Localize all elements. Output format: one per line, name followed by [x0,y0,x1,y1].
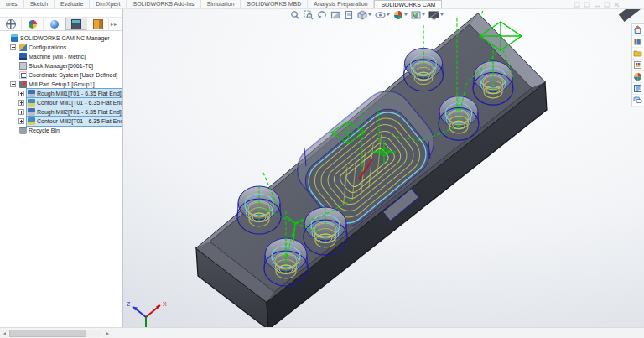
section-view-icon [330,10,340,20]
feature-manager-tree-icon [6,19,16,29]
ribbon-tab-solidworks-cam[interactable]: SOLIDWORKS CAM [374,0,442,8]
tree-item-label: Rough Mill1[T01 - 6.35 Flat End] [37,91,122,96]
chevron-down-icon [404,13,408,16]
scroll-left-button[interactable] [0,329,8,338]
hide-show-items-icon [375,10,386,20]
scroll-right-button[interactable] [103,329,112,338]
view-settings-icon [428,10,439,20]
hide-show-items-button[interactable] [374,9,391,20]
design-library-icon [633,37,642,46]
tree-item-label: Contour Mill2[T01 - 6.35 Flat End] [37,118,122,124]
chevron-down-icon [368,13,371,16]
tab-cam-feature-tree[interactable] [65,18,87,30]
property-manager-icon [29,20,37,29]
solidworks-window: ures Sketch Evaluate DimXpert SOLIDWORKS… [0,0,644,338]
feature-manager-panel: ▸▸ SOLIDWORKS CAM NC Manager Configurati… [0,8,122,327]
solidworks-resources-button[interactable] [632,24,643,36]
view-settings-button[interactable] [428,9,444,20]
tree-item-label: Mill Part Setup1 [Group1] [29,81,95,87]
ribbon-tab-simulation[interactable]: Simulation [201,0,242,8]
scroll-right-icon [106,332,109,335]
stock-manager-icon [19,62,27,70]
tree-item-label: Configurations [29,44,66,50]
custom-properties-button[interactable] [632,83,643,95]
edit-appearance-button[interactable] [392,9,408,20]
ribbon-tab-features[interactable]: ures [0,0,24,8]
cam-operation-tree: SOLIDWORKS CAM NC Manager Configurations… [0,31,122,135]
appearances-scenes-icon [633,72,642,81]
display-manager-icon [50,20,59,29]
solidworks-resources-icon [633,25,642,34]
tree-item-label: Recycle Bin [29,127,60,133]
manager-tabs-overflow[interactable]: ▸▸ [109,21,117,27]
ribbon-tab-mbd[interactable]: SOLIDWORKS MBD [241,0,308,8]
tab-feature-manager-tree[interactable] [0,18,22,30]
zoom-to-fit-button[interactable] [289,9,301,20]
appearances-scenes-button[interactable] [632,71,643,83]
triad-x-label: X [163,301,167,307]
contour-mill-icon [28,99,35,107]
mill-part-setup-icon [19,81,27,88]
scrollbar-track[interactable] [9,330,102,337]
tree-item-label: Rough Mill2[T01 - 6.35 Flat End] [37,109,122,115]
annotation-views-icon [344,10,354,20]
triad-z-label: Z [127,301,131,307]
heads-up-view-toolbar [289,9,444,20]
chevron-down-icon [440,13,444,16]
task-pane-strip [631,23,644,107]
annotation-views-button[interactable] [343,9,355,20]
apply-scene-button[interactable] [410,9,426,20]
ribbon-tab-dimxpert[interactable]: DimXpert [90,0,127,8]
expand-toggle[interactable] [18,118,24,124]
previous-view-button[interactable] [316,9,328,20]
display-style-button[interactable] [356,9,372,20]
zoom-to-fit-icon [290,10,300,20]
view-palette-button[interactable] [632,60,643,71]
configurations-icon [19,44,27,51]
cam-feature-tree-icon [71,19,81,29]
expand-toggle[interactable] [10,44,16,50]
tab-display-manager[interactable] [44,18,65,30]
edit-appearance-icon [393,10,403,20]
design-library-button[interactable] [632,36,643,48]
zoom-to-area-button[interactable] [303,9,314,20]
collapse-toggle[interactable] [10,81,16,87]
tree-item-label: Contour Mill1[T01 - 6.35 Flat End] [37,100,122,106]
ribbon-tab-addins[interactable]: SOLIDWORKS Add-Ins [127,0,200,8]
display-style-icon [357,10,367,20]
cam-operation-tree-icon [93,19,103,29]
contour-mill-icon [28,117,35,125]
document-window-controls [573,1,620,8]
scroll-left-icon [3,332,6,335]
manager-tab-strip: ▸▸ [0,17,122,31]
expand-toggle[interactable] [18,91,24,96]
file-explorer-button[interactable] [632,48,643,60]
tab-cam-operation-tree[interactable] [87,18,109,30]
view-palette-icon [633,60,642,70]
chevron-down-icon [422,13,425,16]
close-icon[interactable] [615,3,619,7]
model-scene[interactable] [123,8,644,327]
restore-icon[interactable] [574,3,579,7]
ribbon-tab-analysis-preparation[interactable]: Analysis Preparation [308,0,374,8]
tree-horizontal-scrollbar[interactable] [0,329,112,338]
tree-item-recycle-bin[interactable]: Recycle Bin [0,126,122,135]
section-view-button[interactable] [330,9,341,20]
graphics-area[interactable]: X Z [123,8,644,327]
tab-property-manager[interactable] [22,18,44,30]
chevron-down-icon [387,13,390,16]
file-explorer-icon [633,49,642,58]
solidworks-forum-button[interactable] [632,95,643,107]
rough-mill-icon [28,108,35,116]
ribbon-tab-sketch[interactable]: Sketch [24,0,55,8]
ribbon-tab-evaluate[interactable]: Evaluate [55,0,90,8]
properties-icon[interactable] [584,3,589,7]
zoom-to-area-icon [304,10,314,20]
custom-properties-icon [633,84,642,93]
tree-item-label: SOLIDWORKS CAM NC Manager [20,35,110,41]
scrollbar-thumb[interactable] [9,330,86,337]
expand-toggle[interactable] [18,100,24,106]
machine-icon [19,53,27,60]
restore-icon[interactable] [605,3,610,7]
expand-toggle[interactable] [18,109,24,115]
